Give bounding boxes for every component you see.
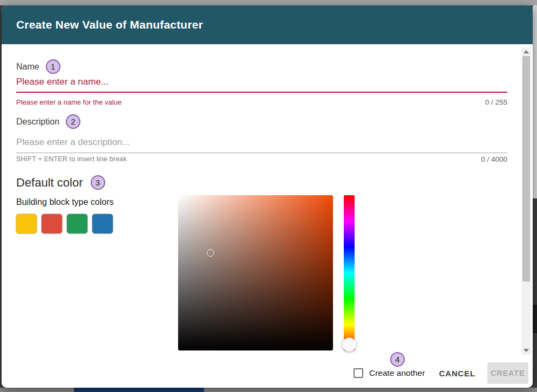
- name-label: Name: [16, 62, 39, 72]
- background-right-dark-block: [533, 305, 537, 333]
- color-swatch-green[interactable]: [66, 214, 88, 234]
- name-label-row: Name 1: [16, 59, 60, 74]
- dialog-title: Create New Value of Manufacturer: [16, 18, 203, 31]
- dialog-scrollbar[interactable]: [521, 47, 531, 355]
- scrollbar-down-button[interactable]: [521, 346, 531, 355]
- description-input[interactable]: [16, 135, 507, 153]
- cancel-button[interactable]: CANCEL: [439, 369, 475, 378]
- color-swatch-red[interactable]: [41, 214, 63, 234]
- description-sub-row: SHIFT + ENTER to insert line break 0 / 4…: [16, 155, 507, 163]
- saturation-picker-handle[interactable]: [207, 249, 214, 257]
- dialog-header: Create New Value of Manufacturer: [2, 5, 533, 44]
- name-error-text: Please enter a name for the value: [16, 98, 121, 106]
- building-block-colors-label: Building block type colors: [16, 197, 114, 207]
- name-char-counter: 0 / 255: [485, 98, 507, 106]
- default-color-heading: Default color: [16, 176, 83, 190]
- color-swatch-yellow[interactable]: [16, 214, 37, 234]
- create-another-checkbox[interactable]: [354, 368, 363, 378]
- preset-swatch-row: [16, 214, 113, 234]
- description-char-counter: 0 / 4000: [481, 155, 507, 163]
- scrollbar-thumb[interactable]: [522, 56, 530, 281]
- annotation-badge-2: 2: [66, 114, 80, 129]
- dialog-footer-actions: Create another CANCEL CREATE: [354, 362, 528, 384]
- default-color-heading-row: Default color 3: [16, 175, 105, 190]
- create-value-dialog: Create New Value of Manufacturer Name 1 …: [2, 5, 533, 388]
- name-sub-row: Please enter a name for the value 0 / 25…: [16, 98, 507, 106]
- description-hint: SHIFT + ENTER to insert line break: [16, 155, 127, 163]
- background-top-strip: [0, 0, 537, 5]
- hue-slider-handle[interactable]: [342, 338, 356, 352]
- annotation-badge-3: 3: [91, 175, 105, 190]
- create-another-label[interactable]: Create another: [369, 368, 425, 378]
- description-label-row: Description 2: [16, 114, 80, 129]
- name-input[interactable]: [16, 75, 507, 93]
- hue-slider[interactable]: [344, 195, 355, 350]
- color-swatch-blue[interactable]: [92, 214, 113, 234]
- annotation-badge-1: 1: [46, 59, 60, 74]
- scrollbar-up-button[interactable]: [521, 47, 531, 56]
- create-button[interactable]: CREATE: [487, 362, 528, 384]
- description-label: Description: [16, 117, 59, 127]
- scroll-down-icon: [524, 349, 529, 352]
- scroll-up-icon: [524, 50, 529, 53]
- saturation-value-picker[interactable]: [178, 195, 333, 350]
- background-right-margin: [533, 5, 537, 198]
- background-bottom-navy-segment: [74, 388, 204, 392]
